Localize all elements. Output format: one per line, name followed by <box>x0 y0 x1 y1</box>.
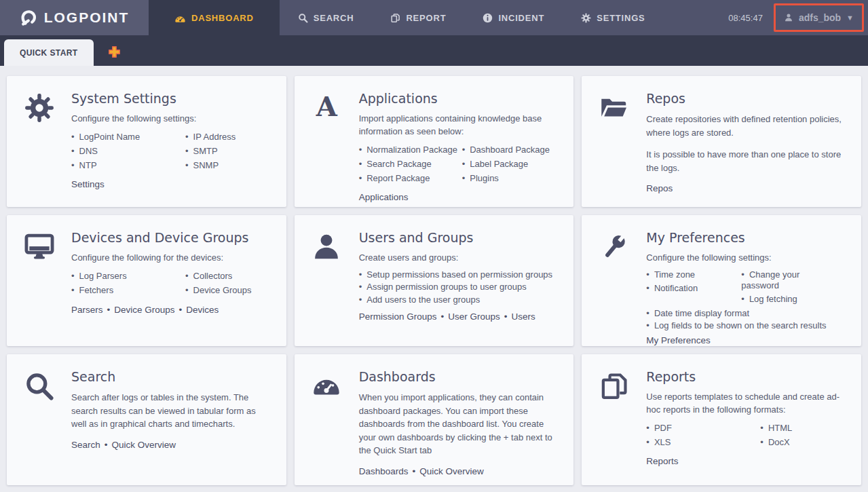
bullet-item: •DNS <box>71 146 185 157</box>
bullet-item: •Log fields to be shown on the search re… <box>646 320 845 331</box>
main-nav: DASHBOARD SEARCH REPORT <box>149 0 664 35</box>
bullet-item: •Device Groups <box>185 285 270 296</box>
card-grid: System Settings Configure the following … <box>7 76 861 485</box>
card-applications: A Applications Import applications conta… <box>295 76 574 207</box>
repos-link[interactable]: Repos <box>646 183 673 193</box>
nav-item-report[interactable]: REPORT <box>372 0 464 35</box>
card-title: Applications <box>359 91 558 106</box>
letter-a-icon: A <box>295 91 359 200</box>
card-links: Parsers•Device Groups•Devices <box>71 305 270 315</box>
device-groups-link[interactable]: Device Groups <box>114 305 174 315</box>
card-intro: Use reports templates to schedule and cr… <box>646 391 845 417</box>
quick-overview-link[interactable]: Quick Overview <box>419 466 484 476</box>
nav-label: DASHBOARD <box>191 13 254 23</box>
copy-pages-icon <box>582 369 646 478</box>
bullet-item: •Add users to the user groups <box>359 295 558 305</box>
open-folder-icon <box>582 91 646 200</box>
user-menu[interactable]: adfs_bob ▼ <box>776 12 862 23</box>
bullet-item: •Report Package <box>359 173 462 184</box>
card-links: Search•Quick Overview <box>71 440 270 450</box>
bullet-item: •Search Package <box>359 159 462 170</box>
user-name: adfs_bob <box>799 12 841 23</box>
wrench-icon <box>582 230 646 339</box>
bullet-item: •Log fetching <box>741 294 835 305</box>
dashboard-tabstrip: QUICK START <box>0 35 868 66</box>
add-dashboard-button[interactable] <box>108 45 121 58</box>
search-icon <box>298 13 308 23</box>
reports-link[interactable]: Reports <box>646 456 678 466</box>
top-navbar: LOGPOINT DASHBOARD <box>0 0 868 35</box>
card-intro: Configure the following for the devices: <box>71 252 270 265</box>
bullet-item: •Assign permission groups to user groups <box>359 282 558 292</box>
card-title: Dashboards <box>359 369 558 384</box>
card-dashboards: Dashboards When you import applications,… <box>295 354 574 485</box>
nav-label: REPORT <box>406 13 446 23</box>
logpoint-logo-icon <box>20 9 38 27</box>
card-title: Devices and Device Groups <box>71 230 270 245</box>
nav-item-settings[interactable]: SETTINGS <box>563 0 663 35</box>
tab-quick-start[interactable]: QUICK START <box>4 39 94 66</box>
card-links: Repos <box>646 183 845 193</box>
card-users-groups: Users and Groups Create users and groups… <box>295 215 574 346</box>
bullet-item: •Plugins <box>462 173 558 184</box>
quick-start-content: System Settings Configure the following … <box>0 66 868 485</box>
bullet-item: •Normalization Package <box>359 145 462 155</box>
card-system-settings: System Settings Configure the following … <box>7 76 286 207</box>
gauge-icon <box>295 369 359 478</box>
card-intro: Configure the following settings: <box>646 252 845 265</box>
nav-label: SETTINGS <box>597 13 645 23</box>
gear-icon <box>581 13 591 23</box>
card-paragraph: Search after logs or tables in the syste… <box>71 391 270 431</box>
bullet-item: •SNMP <box>185 160 270 171</box>
card-title: Search <box>71 369 270 384</box>
clock-time: 08:45:47 <box>728 13 763 23</box>
navbar-right: 08:45:47 adfs_bob ▼ <box>728 0 868 35</box>
info-circle-icon <box>483 13 493 23</box>
permission-groups-link[interactable]: Permission Groups <box>359 311 437 322</box>
user-avatar-icon <box>784 13 793 22</box>
users-link[interactable]: Users <box>511 311 535 322</box>
parsers-link[interactable]: Parsers <box>71 305 103 315</box>
bullet-list: •Date time display format •Log fields to… <box>646 308 845 331</box>
search-link[interactable]: Search <box>71 440 100 450</box>
card-search: Search Search after logs or tables in th… <box>7 354 286 485</box>
nav-label: SEARCH <box>314 13 354 23</box>
nav-item-incident[interactable]: INCIDENT <box>464 0 563 35</box>
nav-item-search[interactable]: SEARCH <box>280 0 373 35</box>
card-paragraph: Create repositories with defined retenti… <box>646 113 845 139</box>
card-title: Users and Groups <box>359 230 558 245</box>
bullet-columns: •PDF •XLS •HTML •DocX <box>646 421 845 450</box>
my-preferences-link[interactable]: My Preferences <box>646 335 711 345</box>
bullet-item: •SMTP <box>185 146 270 157</box>
card-links: Reports <box>646 456 845 466</box>
bullet-item: •NTP <box>71 160 185 171</box>
bullet-item: •Setup permissions based on permission g… <box>359 269 558 280</box>
bullet-item: •PDF <box>646 423 760 434</box>
devices-link[interactable]: Devices <box>186 305 219 315</box>
card-title: System Settings <box>71 91 270 106</box>
bullet-columns: •LogPoint Name •DNS •NTP •IP Address •SM… <box>71 130 270 173</box>
bullet-item: •Time zone <box>646 269 741 280</box>
card-my-preferences: My Preferences Configure the following s… <box>582 215 861 346</box>
applications-link[interactable]: Applications <box>359 192 409 202</box>
bullet-item: •Notification <box>646 283 741 294</box>
search-icon <box>7 369 71 478</box>
bullet-item: •Fetchers <box>71 285 185 296</box>
gauge-icon <box>174 13 186 22</box>
monitor-icon <box>7 230 71 339</box>
settings-link[interactable]: Settings <box>71 179 105 189</box>
bullet-item: •Label Package <box>462 159 558 170</box>
bullet-item: •Log Parsers <box>71 271 185 282</box>
dashboards-link[interactable]: Dashboards <box>359 466 409 476</box>
nav-item-dashboard[interactable]: DASHBOARD <box>149 0 280 35</box>
report-pages-icon <box>390 13 400 23</box>
bullet-item: •HTML <box>760 423 845 434</box>
person-icon <box>295 230 359 339</box>
user-groups-link[interactable]: User Groups <box>448 311 500 322</box>
brand-text: LOGPOINT <box>44 10 130 26</box>
quick-overview-link[interactable]: Quick Overview <box>112 440 176 450</box>
logpoint-logo[interactable]: LOGPOINT <box>0 0 149 35</box>
nav-label: INCIDENT <box>498 13 544 23</box>
card-intro: Configure the following settings: <box>71 113 270 126</box>
card-paragraph: When you import applications, they can c… <box>359 391 558 457</box>
